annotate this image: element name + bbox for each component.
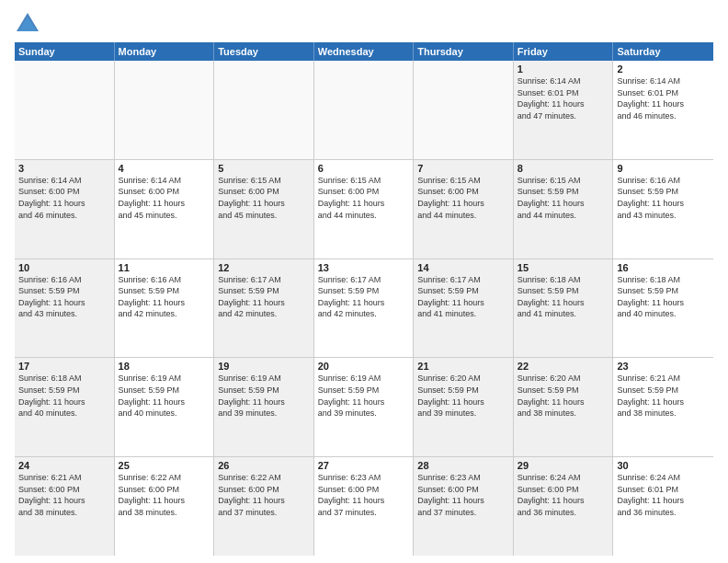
day-number: 17 — [18, 361, 110, 372]
day-cell-2: 2Sunrise: 6:14 AMSunset: 6:01 PMDaylight… — [613, 61, 713, 159]
day-details: Sunrise: 6:19 AMSunset: 5:59 PMDaylight:… — [318, 373, 410, 419]
day-cell-24: 24Sunrise: 6:21 AMSunset: 6:00 PMDayligh… — [15, 457, 115, 556]
day-header-friday: Friday — [514, 42, 614, 61]
day-number: 6 — [318, 163, 410, 174]
day-cell-9: 9Sunrise: 6:16 AMSunset: 5:59 PMDaylight… — [613, 160, 713, 259]
day-number: 18 — [119, 361, 210, 372]
day-cell-7: 7Sunrise: 6:15 AMSunset: 6:00 PMDaylight… — [414, 160, 514, 259]
day-cell-14: 14Sunrise: 6:17 AMSunset: 5:59 PMDayligh… — [414, 259, 514, 358]
day-cell-8: 8Sunrise: 6:15 AMSunset: 5:59 PMDaylight… — [514, 160, 614, 259]
day-details: Sunrise: 6:16 AMSunset: 5:59 PMDaylight:… — [617, 175, 710, 221]
day-cell-26: 26Sunrise: 6:22 AMSunset: 6:00 PMDayligh… — [214, 457, 314, 556]
day-details: Sunrise: 6:23 AMSunset: 6:00 PMDaylight:… — [417, 472, 509, 518]
day-cell-30: 30Sunrise: 6:24 AMSunset: 6:01 PMDayligh… — [613, 457, 713, 556]
day-cell-12: 12Sunrise: 6:17 AMSunset: 5:59 PMDayligh… — [214, 259, 314, 358]
day-details: Sunrise: 6:22 AMSunset: 6:00 PMDaylight:… — [119, 472, 210, 518]
calendar-row-1: 1Sunrise: 6:14 AMSunset: 6:01 PMDaylight… — [15, 61, 713, 160]
day-details: Sunrise: 6:14 AMSunset: 6:01 PMDaylight:… — [617, 75, 710, 121]
day-cell-27: 27Sunrise: 6:23 AMSunset: 6:00 PMDayligh… — [314, 457, 415, 556]
day-details: Sunrise: 6:17 AMSunset: 5:59 PMDaylight:… — [318, 274, 410, 320]
day-details: Sunrise: 6:24 AMSunset: 6:00 PMDaylight:… — [518, 472, 609, 518]
day-number: 7 — [417, 163, 509, 174]
calendar-row-2: 3Sunrise: 6:14 AMSunset: 6:00 PMDaylight… — [15, 160, 713, 259]
day-number: 14 — [417, 262, 509, 273]
day-cell-11: 11Sunrise: 6:16 AMSunset: 5:59 PMDayligh… — [115, 259, 215, 358]
day-number: 28 — [417, 460, 509, 471]
day-details: Sunrise: 6:18 AMSunset: 5:59 PMDaylight:… — [617, 274, 710, 320]
day-number: 26 — [218, 460, 310, 471]
day-cell-17: 17Sunrise: 6:18 AMSunset: 5:59 PMDayligh… — [15, 358, 115, 456]
day-details: Sunrise: 6:18 AMSunset: 5:59 PMDaylight:… — [18, 373, 110, 419]
day-details: Sunrise: 6:20 AMSunset: 5:59 PMDaylight:… — [518, 373, 609, 419]
day-details: Sunrise: 6:14 AMSunset: 6:00 PMDaylight:… — [119, 175, 210, 221]
day-details: Sunrise: 6:15 AMSunset: 6:00 PMDaylight:… — [218, 175, 310, 221]
day-number: 4 — [119, 163, 210, 174]
day-number: 30 — [617, 460, 710, 471]
calendar-header: SundayMondayTuesdayWednesdayThursdayFrid… — [15, 42, 713, 61]
day-details: Sunrise: 6:17 AMSunset: 5:59 PMDaylight:… — [417, 274, 509, 320]
day-cell-13: 13Sunrise: 6:17 AMSunset: 5:59 PMDayligh… — [314, 259, 415, 358]
day-cell-5: 5Sunrise: 6:15 AMSunset: 6:00 PMDaylight… — [214, 160, 314, 259]
day-number: 1 — [518, 63, 609, 75]
day-details: Sunrise: 6:17 AMSunset: 5:59 PMDaylight:… — [218, 274, 310, 320]
day-number: 2 — [617, 63, 710, 75]
day-number: 22 — [518, 361, 609, 372]
day-number: 10 — [18, 262, 110, 273]
day-details: Sunrise: 6:19 AMSunset: 5:59 PMDaylight:… — [119, 373, 210, 419]
day-details: Sunrise: 6:19 AMSunset: 5:59 PMDaylight:… — [218, 373, 310, 419]
day-details: Sunrise: 6:16 AMSunset: 5:59 PMDaylight:… — [18, 274, 110, 320]
day-number: 5 — [218, 163, 310, 174]
day-number: 8 — [518, 163, 609, 174]
day-number: 16 — [617, 262, 710, 273]
day-number: 9 — [617, 163, 710, 174]
day-details: Sunrise: 6:18 AMSunset: 5:59 PMDaylight:… — [518, 274, 609, 320]
empty-cell — [115, 61, 215, 159]
day-details: Sunrise: 6:20 AMSunset: 5:59 PMDaylight:… — [417, 373, 509, 419]
day-header-monday: Monday — [115, 42, 215, 61]
empty-cell — [414, 61, 514, 159]
day-number: 3 — [18, 163, 110, 174]
day-cell-18: 18Sunrise: 6:19 AMSunset: 5:59 PMDayligh… — [115, 358, 215, 456]
day-cell-19: 19Sunrise: 6:19 AMSunset: 5:59 PMDayligh… — [214, 358, 314, 456]
day-details: Sunrise: 6:14 AMSunset: 6:00 PMDaylight:… — [18, 175, 110, 221]
day-cell-16: 16Sunrise: 6:18 AMSunset: 5:59 PMDayligh… — [613, 259, 713, 358]
day-details: Sunrise: 6:14 AMSunset: 6:01 PMDaylight:… — [518, 75, 609, 121]
day-header-sunday: Sunday — [15, 42, 115, 61]
day-number: 21 — [417, 361, 509, 372]
day-header-wednesday: Wednesday — [314, 42, 415, 61]
day-number: 13 — [318, 262, 410, 273]
calendar-body: 1Sunrise: 6:14 AMSunset: 6:01 PMDaylight… — [15, 61, 713, 556]
day-details: Sunrise: 6:15 AMSunset: 6:00 PMDaylight:… — [318, 175, 410, 221]
page: SundayMondayTuesdayWednesdayThursdayFrid… — [0, 0, 728, 563]
day-number: 24 — [18, 460, 110, 471]
day-number: 11 — [119, 262, 210, 273]
empty-cell — [15, 61, 115, 159]
calendar-row-4: 17Sunrise: 6:18 AMSunset: 5:59 PMDayligh… — [15, 358, 713, 457]
day-header-thursday: Thursday — [414, 42, 514, 61]
day-number: 27 — [318, 460, 410, 471]
day-details: Sunrise: 6:24 AMSunset: 6:01 PMDaylight:… — [617, 472, 710, 518]
calendar-row-3: 10Sunrise: 6:16 AMSunset: 5:59 PMDayligh… — [15, 259, 713, 359]
header — [15, 11, 713, 37]
day-details: Sunrise: 6:15 AMSunset: 5:59 PMDaylight:… — [518, 175, 609, 221]
day-cell-25: 25Sunrise: 6:22 AMSunset: 6:00 PMDayligh… — [115, 457, 215, 556]
calendar: SundayMondayTuesdayWednesdayThursdayFrid… — [15, 42, 713, 556]
day-details: Sunrise: 6:16 AMSunset: 5:59 PMDaylight:… — [119, 274, 210, 320]
day-number: 12 — [218, 262, 310, 273]
day-number: 15 — [518, 262, 609, 273]
day-cell-28: 28Sunrise: 6:23 AMSunset: 6:00 PMDayligh… — [414, 457, 514, 556]
day-cell-21: 21Sunrise: 6:20 AMSunset: 5:59 PMDayligh… — [414, 358, 514, 456]
logo — [15, 11, 44, 37]
day-details: Sunrise: 6:23 AMSunset: 6:00 PMDaylight:… — [318, 472, 410, 518]
day-cell-10: 10Sunrise: 6:16 AMSunset: 5:59 PMDayligh… — [15, 259, 115, 358]
day-cell-29: 29Sunrise: 6:24 AMSunset: 6:00 PMDayligh… — [514, 457, 614, 556]
empty-cell — [214, 61, 314, 159]
day-details: Sunrise: 6:21 AMSunset: 6:00 PMDaylight:… — [18, 472, 110, 518]
day-cell-1: 1Sunrise: 6:14 AMSunset: 6:01 PMDaylight… — [514, 61, 614, 159]
empty-cell — [314, 61, 415, 159]
day-cell-4: 4Sunrise: 6:14 AMSunset: 6:00 PMDaylight… — [115, 160, 215, 259]
day-header-saturday: Saturday — [613, 42, 713, 61]
day-details: Sunrise: 6:22 AMSunset: 6:00 PMDaylight:… — [218, 472, 310, 518]
day-number: 19 — [218, 361, 310, 372]
day-number: 29 — [518, 460, 609, 471]
